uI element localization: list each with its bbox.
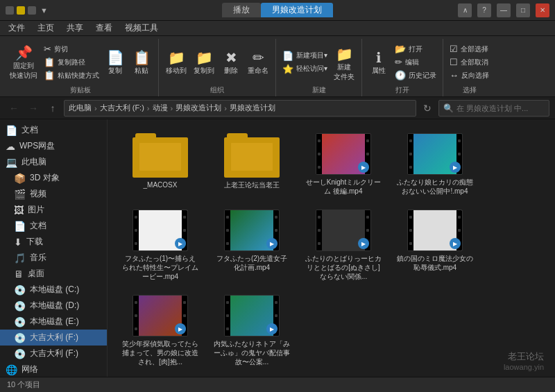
desktop-icon: 🖥	[14, 269, 24, 280]
refresh-button[interactable]: ↻	[419, 100, 436, 117]
list-item[interactable]: _MACOSX	[119, 130, 202, 198]
list-item[interactable]: ▶ 鎮の国のミロ魔法少女の恥辱儀式.mp4	[393, 207, 477, 284]
sidebar-item-desktop[interactable]: 🖥 桌面	[0, 266, 107, 282]
ribbon-history-button[interactable]: 🕐历史记录	[393, 69, 438, 81]
organize-label: 组织	[163, 85, 271, 96]
sidebar-item-music[interactable]: 🎵 音乐	[0, 250, 107, 266]
ribbon-easyaccess-button[interactable]: ⭐轻松访问▾	[280, 63, 330, 75]
quick-access-label: ▼	[40, 6, 48, 15]
up-dir-button[interactable]: ↑	[44, 100, 61, 117]
up-button[interactable]: ∧	[458, 3, 472, 17]
sidebar-item-network[interactable]: 🌐 网络	[0, 361, 107, 377]
ribbon-edit-button[interactable]: ✏编辑	[393, 56, 438, 68]
file-name: 鎮の国のミロ魔法少女の恥辱儀式.mp4	[397, 254, 473, 272]
rename-icon: ✏	[253, 49, 264, 66]
menu-video-tools[interactable]: 视频工具	[119, 21, 164, 35]
help-button[interactable]: ?	[477, 3, 491, 17]
ribbon-deselectall-button[interactable]: ☐全部取消	[447, 56, 491, 68]
sidebar-item-docs2[interactable]: 📄 文档	[0, 218, 107, 234]
d-drive-icon: 💿	[14, 300, 26, 312]
ribbon-pin-button[interactable]: 📌 固定到快速访问	[7, 43, 40, 82]
list-item[interactable]: ▶ ふたりのとばりっーヒカリととばるの[ぬきさし]ならない関係...	[302, 207, 385, 284]
sidebar-item-downloads[interactable]: ⬇ 下载	[0, 234, 107, 250]
ribbon-moveto-button[interactable]: 📁 移动到	[163, 48, 189, 77]
file-area: _MACOSX 上老王论坛当老王 ▶ せーしKnightミルクリーム 後編.mp…	[108, 119, 555, 377]
videos-icon: 🎬	[14, 189, 26, 200]
list-item[interactable]: ▶ ふたなり娘ヒカリの痴態おないい公開中!.mp4	[393, 130, 477, 198]
ribbon-rename-button[interactable]: ✏ 重命名	[245, 48, 271, 77]
menu-home[interactable]: 主页	[32, 21, 60, 35]
list-item[interactable]: ▶ フタふたっ(1)〜捕らえられた特性生〜プレイムービー.mp4	[119, 207, 202, 284]
sidebar-item-3d[interactable]: 📦 3D 对象	[0, 170, 107, 186]
select-label: 选择	[447, 85, 491, 96]
ribbon-delete-button[interactable]: ✖ 删除	[219, 48, 244, 77]
ribbon-open-button[interactable]: 📂打开	[393, 43, 438, 55]
list-item[interactable]: ▶ フタふたっ(2)先遣女子化計画.mp4	[210, 207, 293, 284]
title-bar: ▼ 播放 男娘改造计划 ∧ ? — □ ✕	[0, 0, 555, 21]
tab-title[interactable]: 男娘改造计划	[261, 3, 333, 17]
play-badge: ▶	[175, 238, 186, 249]
ribbon-pasteshortcut-button[interactable]: 📋粘贴快捷方式	[42, 69, 101, 81]
file-name: せーしKnightミルクリーム 後編.mp4	[305, 178, 382, 196]
file-name: フタふたっ(2)先遣女子化計画.mp4	[214, 254, 290, 272]
ribbon-newitem-group: 📄新建项目▾ ⭐轻松访问▾	[280, 50, 330, 75]
play-badge: ▶	[175, 323, 186, 334]
video-thumbnail: ▶	[133, 295, 188, 336]
copy-icon: 📄	[107, 49, 124, 66]
window-icon-group	[6, 6, 36, 15]
icon-dot-2	[17, 6, 25, 15]
ribbon-invertselect-button[interactable]: ↔反向选择	[447, 69, 491, 81]
ribbon-properties-button[interactable]: ℹ 属性	[366, 48, 391, 77]
sidebar-item-d[interactable]: 💿 本地磁盘 (D:)	[0, 298, 107, 314]
file-name: 内気ふたなりネトア「みーふゅ」の鬼ヤバ配信事故〜公案...	[214, 339, 290, 366]
ribbon-selectall-button[interactable]: ☑全部选择	[447, 43, 491, 55]
pictures-icon: 🖼	[14, 205, 24, 216]
forward-button[interactable]: →	[25, 100, 42, 117]
sidebar-item-pictures[interactable]: 🖼 图片	[0, 202, 107, 218]
ribbon-copyto-button[interactable]: 📁 复制到	[191, 48, 217, 77]
ribbon-group-select: ☑全部选择 ☐全部取消 ↔反向选择 选择	[443, 39, 495, 96]
menu-view[interactable]: 查看	[90, 21, 118, 35]
sidebar-item-documents[interactable]: 📄 文档	[0, 122, 107, 138]
tab-play[interactable]: 播放	[222, 3, 261, 17]
list-item[interactable]: ▶ せーしKnightミルクリーム 後編.mp4	[302, 130, 385, 198]
ribbon-newfolder-button[interactable]: 📁 新建文件夹	[331, 44, 357, 83]
sidebar-item-f2[interactable]: 💿 大吉大利 (F:)	[0, 346, 107, 361]
video-thumbnail: ▶	[224, 210, 280, 251]
file-name: 笑少年探偵気取ってたら捕まって、男の娘に改造され、[肉]抱...	[122, 339, 198, 366]
search-icon: 🔍	[443, 103, 454, 113]
sidebar-item-c[interactable]: 💿 本地磁盘 (C:)	[0, 282, 107, 298]
search-input[interactable]	[456, 104, 545, 112]
downloads-icon: ⬇	[14, 237, 22, 248]
file-name: _MACOSX	[144, 180, 178, 189]
sidebar-item-videos[interactable]: 🎬 视频	[0, 186, 107, 202]
ribbon-group-open: ℹ 属性 📂打开 ✏编辑 🕐历史记录 打开	[362, 39, 443, 96]
list-item[interactable]: 上老王论坛当老王	[210, 130, 293, 198]
ribbon-open-buttons: ℹ 属性 📂打开 ✏编辑 🕐历史记录	[366, 39, 438, 85]
play-badge: ▶	[266, 323, 278, 334]
search-box: 🔍	[438, 100, 549, 117]
breadcrumb[interactable]: 此电脑 › 大吉大利 (F:) › 动漫 › 男娘改造计划 › 男娘改造计划	[64, 100, 416, 117]
list-item[interactable]: ▶ 笑少年探偵気取ってたら捕まって、男の娘に改造され、[肉]抱...	[119, 292, 202, 369]
sidebar-item-thispc[interactable]: 💻 此电脑	[0, 154, 107, 170]
play-badge: ▶	[266, 238, 278, 249]
ribbon-copy-button[interactable]: 📄 复制	[103, 48, 128, 77]
sidebar: 📄 文档 ☁ WPS网盘 💻 此电脑 📦 3D 对象 🎬 视频 🖼 图片 📄 文…	[0, 119, 108, 377]
ribbon-paste-button[interactable]: 📋 粘贴	[129, 48, 154, 77]
maximize-button[interactable]: □	[516, 3, 530, 17]
sidebar-item-wps[interactable]: ☁ WPS网盘	[0, 138, 107, 154]
menu-file[interactable]: 文件	[3, 21, 31, 35]
ribbon-cut-button[interactable]: ✂剪切	[42, 43, 101, 55]
ribbon-newitem-button[interactable]: 📄新建项目▾	[280, 50, 330, 62]
bc-anime: 动漫	[153, 103, 168, 113]
menu-share[interactable]: 共享	[61, 21, 89, 35]
ribbon-copypath-button[interactable]: 📋复制路径	[42, 56, 101, 68]
sidebar-item-f-selected[interactable]: 💿 大吉大利 (F:)	[0, 330, 107, 346]
list-item[interactable]: ▶ 内気ふたなりネトア「みーふゅ」の鬼ヤバ配信事故〜公案...	[210, 292, 293, 369]
network-icon: 🌐	[6, 364, 17, 375]
folder-icon	[133, 133, 188, 178]
close-button[interactable]: ✕	[536, 3, 549, 17]
sidebar-item-e[interactable]: 💿 本地磁盘 (E:)	[0, 314, 107, 330]
back-button[interactable]: ←	[6, 100, 22, 117]
minimize-button[interactable]: —	[497, 3, 511, 17]
